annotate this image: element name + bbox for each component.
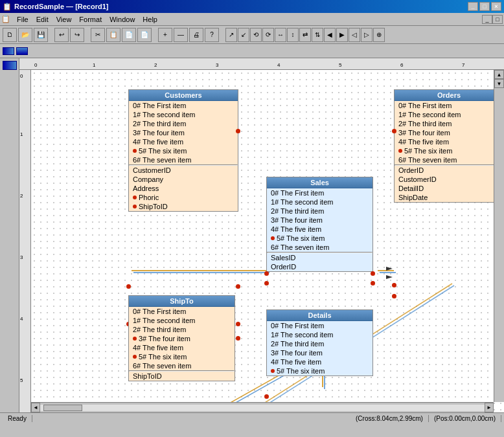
- sales-header: Sales: [267, 177, 372, 188]
- tool10[interactable]: ▶: [336, 28, 348, 42]
- ord-field-1: CustomerID: [395, 175, 503, 184]
- ord-field-0: OrderID: [395, 166, 503, 175]
- orders-table: Orders 0# The First item 1# The second i…: [394, 89, 504, 203]
- scroll-left-arrow[interactable]: ◄: [31, 403, 40, 412]
- sales-body: 0# The First item 1# The second item 2# …: [267, 188, 372, 271]
- title-bar: 📋 RecordSample — [Record1] _ □ ×: [0, 0, 504, 13]
- cust-field-0: CustomerID: [129, 166, 238, 175]
- status-ready: Ready: [3, 415, 32, 422]
- cust-row-5: 5# The six item: [129, 146, 238, 155]
- new-button[interactable]: 🗋: [3, 28, 17, 42]
- orders-header: Orders: [395, 90, 503, 101]
- menu-view[interactable]: View: [52, 14, 76, 25]
- cust-field-3: Phoric: [129, 193, 238, 202]
- open-button[interactable]: 📂: [18, 28, 32, 42]
- tool1[interactable]: ↗: [225, 28, 237, 42]
- ruler-vertical: 0 1 2 3 4 5 6: [19, 70, 31, 412]
- tool2[interactable]: ↙: [238, 28, 249, 42]
- app-icon: 📋: [3, 3, 12, 11]
- remove-button[interactable]: —: [174, 28, 188, 42]
- ord-row-3: 3# The four item: [395, 128, 503, 137]
- scroll-down-arrow[interactable]: ▼: [494, 79, 504, 88]
- customers-table: Customers 0# The First item 1# The secon…: [128, 89, 238, 212]
- cust-row-1: 1# The second item: [129, 110, 238, 119]
- cust-field-2: Address: [129, 184, 238, 193]
- undo-button[interactable]: ↩: [54, 28, 69, 42]
- save-button[interactable]: 💾: [34, 28, 48, 42]
- main-toolbar: 🗋 📂 💾 ↩ ↪ ✂ 📋 📄 📄 + — 🖨 ? ↗ ↙ ⟲ ⟳ ↔ ↕ ⇄ …: [0, 26, 504, 44]
- paste-button[interactable]: 📄: [122, 28, 136, 42]
- menu-bar: 📋 File Edit View Format Window Help _ □: [0, 13, 504, 26]
- menu-format[interactable]: Format: [75, 14, 106, 25]
- menu-edit[interactable]: Edit: [32, 14, 52, 25]
- sales-table: Sales 0# The First item 1# The second it…: [266, 177, 373, 272]
- paste2-button[interactable]: 📄: [137, 28, 152, 42]
- sales-row-6: 6# The seven item: [267, 243, 372, 252]
- sales-row-4: 4# The five item: [267, 225, 372, 234]
- sales-row-3: 3# The four item: [267, 216, 372, 225]
- copy-button[interactable]: 📋: [106, 28, 120, 42]
- status-cross: (Cross:8.04cm,2.99cm): [350, 415, 429, 422]
- sales-row-1: 1# The second item: [267, 197, 372, 207]
- menu-help[interactable]: Help: [139, 14, 161, 25]
- tool3[interactable]: ⟲: [250, 28, 262, 42]
- side-panel: [0, 58, 19, 412]
- color-indicator2: [16, 47, 28, 55]
- tool6[interactable]: ↕: [287, 28, 299, 42]
- cust-field-1: Company: [129, 175, 238, 184]
- tool13[interactable]: ⊕: [373, 28, 385, 42]
- ship-row-5: 5# The six item: [129, 352, 235, 361]
- tool11[interactable]: ◁: [349, 28, 360, 42]
- scroll-thumb-h[interactable]: [43, 405, 82, 411]
- color-indicator: [3, 47, 14, 55]
- menu-window[interactable]: Window: [106, 14, 139, 25]
- tool12[interactable]: ▷: [361, 28, 372, 42]
- status-bar: Ready (Cross:8.04cm,2.99cm) (Pos:0.00cm,…: [0, 412, 504, 424]
- mdi-minimize[interactable]: _: [482, 15, 492, 24]
- scroll-up-arrow[interactable]: ▲: [494, 70, 504, 79]
- canvas-area[interactable]: 0 1 2 3 4 5 6 7 0 1 2 3 4 5 6: [19, 58, 504, 412]
- sales-row-5: 5# The six item: [267, 234, 372, 243]
- ord-field-3: ShipDate: [395, 193, 503, 202]
- maximize-button[interactable]: □: [479, 2, 490, 11]
- scroll-right-arrow[interactable]: ►: [485, 403, 494, 412]
- ship-row-4: 4# The five item: [129, 343, 235, 352]
- details-table: Details 0# The First item 1# The second …: [266, 309, 373, 376]
- canvas-content[interactable]: Customers 0# The First item 1# The secon…: [31, 70, 504, 412]
- det-row-0: 0# The First item: [267, 321, 372, 330]
- det-row-1: 1# The second item: [267, 330, 372, 339]
- ord-row-6: 6# The seven item: [395, 155, 503, 164]
- sales-row-2: 2# The third item: [267, 207, 372, 216]
- tool8[interactable]: ⇅: [312, 28, 323, 42]
- tool7[interactable]: ⇄: [299, 28, 311, 42]
- scrollbar-vertical[interactable]: ▲ ▼: [494, 70, 504, 402]
- main-area: 0 1 2 3 4 5 6 7 0 1 2 3 4 5 6: [0, 58, 504, 412]
- ord-row-1: 1# The second item: [395, 110, 503, 119]
- cut-button[interactable]: ✂: [91, 28, 105, 42]
- tool4[interactable]: ⟳: [262, 28, 274, 42]
- menu-file[interactable]: File: [13, 14, 32, 25]
- side-icon-1[interactable]: [3, 61, 17, 70]
- ord-field-2: DetailID: [395, 184, 503, 193]
- shipto-body: 0# The First item 1# The second item 2# …: [129, 307, 235, 381]
- ord-row-5: 5# The six item: [395, 146, 503, 155]
- tool5[interactable]: ↔: [275, 28, 286, 42]
- help-button[interactable]: ?: [205, 28, 219, 42]
- shipto-table: ShipTo 0# The First item 1# The second i…: [128, 295, 235, 381]
- add-button[interactable]: +: [158, 28, 172, 42]
- ship-row-3: 3# The four item: [129, 334, 235, 343]
- tool9[interactable]: ◀: [324, 28, 336, 42]
- sales-row-0: 0# The First item: [267, 188, 372, 197]
- sub-toolbar: [0, 44, 504, 58]
- mdi-restore[interactable]: □: [492, 15, 503, 24]
- ship-row-6: 6# The seven item: [129, 361, 235, 370]
- print-button[interactable]: 🖨: [189, 28, 203, 42]
- redo-button[interactable]: ↪: [70, 28, 84, 42]
- close-button[interactable]: ×: [491, 2, 501, 11]
- app-small-icon: 📋: [1, 15, 10, 23]
- ship-row-1: 1# The second item: [129, 316, 235, 325]
- minimize-button[interactable]: _: [468, 2, 478, 11]
- details-body: 0# The First item 1# The second item 2# …: [267, 321, 372, 375]
- scrollbar-horizontal[interactable]: ◄ ►: [31, 402, 494, 412]
- status-pos: (Pos:0.00cm,0.00cm): [429, 415, 501, 422]
